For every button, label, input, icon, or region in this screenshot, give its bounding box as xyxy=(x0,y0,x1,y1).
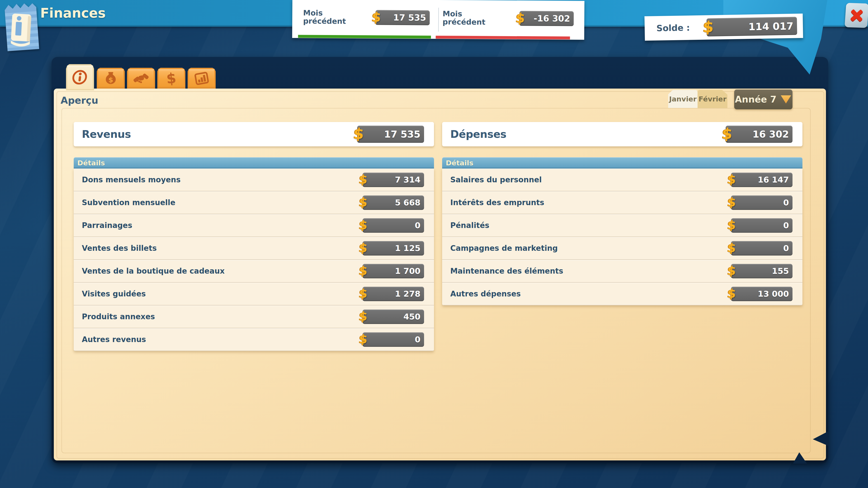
balance-panel: Solde : $ 114 017 xyxy=(645,13,803,41)
tab-charts[interactable] xyxy=(188,68,216,89)
dollar-icon: $ xyxy=(727,173,737,186)
table-row: Maintenance des éléments $155 xyxy=(442,260,802,283)
expenses-total-pill: $ 16 302 xyxy=(725,126,793,143)
income-title: Revenus xyxy=(82,128,131,140)
finances-ledger-icon xyxy=(4,1,39,51)
dollar-icon: $ xyxy=(359,242,368,254)
bar-chart-icon xyxy=(193,70,210,86)
expenses-summary-card: Dépenses $ 16 302 xyxy=(442,122,802,147)
dollar-icon: $ xyxy=(359,265,368,277)
table-row: Pénalités $0 xyxy=(442,214,802,237)
year-dropdown-label: Année 7 xyxy=(735,94,776,105)
finances-screen: Finances Mois précédent $ 17 535 Mois pr… xyxy=(0,0,868,488)
previous-month-income-value: 17 535 xyxy=(393,13,430,23)
dollar-icon: $ xyxy=(359,219,368,231)
income-details-label: Détails xyxy=(77,159,105,167)
table-row: Dons mensuels moyens $7 314 xyxy=(74,168,434,191)
tab-pricing[interactable]: $ xyxy=(157,68,185,89)
dollar-icon: $ xyxy=(359,333,368,345)
dollar-icon: $ xyxy=(727,242,737,254)
expenses-details-label: Détails xyxy=(446,159,473,167)
previous-month-income: Mois précédent $ 17 535 xyxy=(303,0,430,36)
tab-overview[interactable] xyxy=(66,64,94,90)
stat-divider xyxy=(438,8,439,32)
section-title: Aperçu xyxy=(61,95,98,106)
table-row: Visites guidées $1 278 xyxy=(74,283,434,305)
close-icon xyxy=(847,6,866,24)
svg-text:$: $ xyxy=(108,76,113,84)
page-title: Finances xyxy=(40,5,105,21)
month-tab-fevrier-label: Février xyxy=(699,95,726,103)
dollar-icon: $ xyxy=(353,127,365,141)
income-column: Revenus $ 17 535 Détails Dons mensuels m… xyxy=(74,122,434,351)
dollar-icon: $ xyxy=(371,11,381,24)
table-row: Autres dépenses $13 000 xyxy=(442,283,802,305)
handshake-icon xyxy=(133,70,149,86)
close-button[interactable] xyxy=(844,3,868,28)
month-tab-fevrier[interactable]: Février xyxy=(698,90,727,108)
dollar-icon: $ xyxy=(703,19,714,35)
income-trend-strip xyxy=(298,35,431,39)
table-row: Autres revenus $0 xyxy=(74,328,434,351)
table-row: Salaires du personnel $16 147 xyxy=(442,168,802,191)
income-rows: Dons mensuels moyens $7 314 Subvention m… xyxy=(74,168,434,351)
chevron-down-icon xyxy=(780,95,792,103)
table-row: Campagnes de marketing $0 xyxy=(442,237,802,260)
income-summary-card: Revenus $ 17 535 xyxy=(74,122,434,147)
income-total-pill: $ 17 535 xyxy=(357,126,424,143)
dollar-icon: $ xyxy=(515,11,526,25)
table-row: Produits annexes $450 xyxy=(74,305,434,328)
dollar-icon: $ xyxy=(359,196,368,208)
expenses-details-header: Détails xyxy=(442,157,802,168)
balance-label: Solde : xyxy=(656,23,690,33)
money-bag-icon: $ xyxy=(103,70,119,86)
table-row: Ventes des billets $1 125 xyxy=(74,237,434,260)
dollar-icon: $ xyxy=(721,127,733,141)
previous-month-summary: Mois précédent $ 17 535 Mois précédent $… xyxy=(292,0,584,40)
year-dropdown[interactable]: Année 7 xyxy=(734,90,793,109)
month-tab-janvier-label: Janvier xyxy=(669,95,697,103)
previous-month-expense-pill: $ -16 302 xyxy=(520,11,574,26)
expenses-total-value: 16 302 xyxy=(752,129,793,140)
dollar-icon: $ xyxy=(359,310,368,322)
dollar-icon: $ xyxy=(727,219,737,231)
balance-pill: $ 114 017 xyxy=(706,17,797,36)
table-row: Parrainages $0 xyxy=(74,214,434,237)
table-row: Intérêts des emprunts $0 xyxy=(442,191,802,214)
income-details-header: Détails xyxy=(74,157,434,168)
income-total-value: 17 535 xyxy=(384,129,424,140)
previous-month-income-pill: $ 17 535 xyxy=(375,10,430,25)
dollar-icon: $ xyxy=(727,287,737,300)
previous-month-income-label: Mois précédent xyxy=(303,9,349,26)
table-row: Subvention mensuelle $5 668 xyxy=(74,191,434,214)
previous-month-expense: Mois précédent $ -16 302 xyxy=(442,0,574,37)
expenses-column: Dépenses $ 16 302 Détails Salaires du pe… xyxy=(442,122,802,305)
expenses-title: Dépenses xyxy=(450,128,506,140)
dollar-icon: $ xyxy=(727,196,737,208)
dollar-icon: $ xyxy=(727,265,737,277)
balance-value: 114 017 xyxy=(748,20,797,33)
previous-month-expense-value: -16 302 xyxy=(534,13,574,24)
tab-deals[interactable] xyxy=(127,68,155,89)
info-icon xyxy=(72,69,88,86)
table-row: Ventes de la boutique de cadeaux $1 700 xyxy=(74,260,434,283)
month-tab-janvier[interactable]: Janvier xyxy=(668,90,698,108)
expense-trend-strip xyxy=(436,36,570,39)
dollar-icon: $ xyxy=(359,173,368,186)
dollar-icon: $ xyxy=(166,70,177,87)
previous-month-expense-label: Mois précédent xyxy=(442,10,489,26)
expenses-rows: Salaires du personnel $16 147 Intérêts d… xyxy=(442,168,802,305)
dollar-icon: $ xyxy=(359,287,368,300)
tab-income[interactable]: $ xyxy=(97,68,125,89)
